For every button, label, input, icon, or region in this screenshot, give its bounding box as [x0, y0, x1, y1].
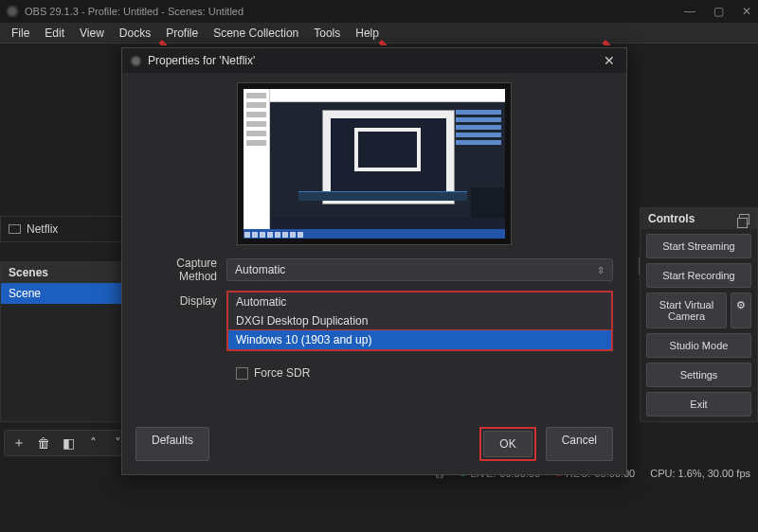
- menu-profile[interactable]: Profile: [158, 25, 206, 42]
- obs-logo-icon: [130, 55, 142, 67]
- capture-method-label: Capture Method: [135, 257, 226, 283]
- properties-dialog: Properties for 'Netflix' ✕: [121, 47, 627, 475]
- controls-dock: Controls Start Streaming Start Recording…: [640, 207, 758, 422]
- window-titlebar: OBS 29.1.3 - Profile: Untitled - Scenes:…: [0, 0, 758, 23]
- capture-method-row: Capture Method Automatic ⇳: [135, 257, 613, 283]
- add-scene-button[interactable]: ＋: [10, 434, 27, 452]
- capture-method-value: Automatic: [235, 263, 285, 276]
- window-title: OBS 29.1.3 - Profile: Untitled - Scenes:…: [25, 6, 684, 17]
- menu-tools[interactable]: Tools: [306, 25, 348, 42]
- start-virtual-camera-button[interactable]: Start Virtual Camera: [646, 293, 727, 328]
- display-capture-icon: [9, 224, 21, 234]
- display-label: Display: [135, 291, 226, 308]
- maximize-button[interactable]: ▢: [713, 5, 724, 18]
- dialog-footer: Defaults OK Cancel: [122, 417, 626, 474]
- start-recording-button[interactable]: Start Recording: [646, 263, 751, 288]
- virtual-camera-settings-button[interactable]: ⚙: [731, 293, 751, 328]
- dropdown-option-automatic[interactable]: Automatic: [228, 293, 611, 311]
- start-streaming-button[interactable]: Start Streaming: [646, 234, 751, 258]
- source-label: Netflix: [27, 222, 58, 236]
- menu-edit[interactable]: Edit: [37, 25, 72, 42]
- minimize-button[interactable]: —: [684, 5, 695, 18]
- display-row: Display Automatic DXGI Desktop Duplicati…: [135, 291, 613, 351]
- remove-scene-button[interactable]: 🗑: [35, 434, 52, 452]
- menu-scene-collection[interactable]: Scene Collection: [206, 25, 306, 42]
- capture-method-dropdown: Automatic DXGI Desktop Duplication Windo…: [226, 291, 613, 351]
- studio-mode-button[interactable]: Studio Mode: [646, 333, 751, 358]
- scene-filters-button[interactable]: ◧: [60, 434, 77, 452]
- dialog-close-button[interactable]: ✕: [600, 53, 619, 68]
- dropdown-option-win10[interactable]: Windows 10 (1903 and up): [228, 330, 611, 349]
- obs-logo-icon: [6, 5, 19, 18]
- dialog-title: Properties for 'Netflix': [148, 54, 600, 67]
- menu-view[interactable]: View: [72, 25, 112, 42]
- menu-bar: File Edit View Docks Profile Scene Colle…: [0, 23, 758, 44]
- ok-button[interactable]: OK: [483, 431, 532, 457]
- menu-docks[interactable]: Docks: [112, 25, 158, 42]
- menu-file[interactable]: File: [4, 25, 37, 42]
- source-preview: [237, 82, 512, 245]
- defaults-button[interactable]: Defaults: [135, 427, 209, 461]
- force-sdr-checkbox[interactable]: [236, 367, 248, 380]
- force-sdr-label: Force SDR: [254, 366, 310, 380]
- popout-icon[interactable]: [739, 214, 749, 224]
- scenes-toolbar: ＋ 🗑 ◧ ˄ ˅: [4, 430, 133, 456]
- dialog-titlebar[interactable]: Properties for 'Netflix' ✕: [122, 48, 626, 73]
- chevron-updown-icon: ⇳: [597, 265, 605, 275]
- ok-highlight: OK: [479, 427, 535, 461]
- dropdown-option-dxgi[interactable]: DXGI Desktop Duplication: [228, 311, 611, 330]
- exit-button[interactable]: Exit: [646, 392, 751, 417]
- close-button[interactable]: ✕: [741, 5, 752, 18]
- cpu-status: CPU: 1.6%, 30.00 fps: [650, 467, 750, 479]
- move-scene-up-button[interactable]: ˄: [84, 434, 101, 452]
- capture-method-combo[interactable]: Automatic ⇳: [226, 258, 613, 281]
- settings-button[interactable]: Settings: [646, 363, 751, 387]
- menu-help[interactable]: Help: [348, 25, 387, 42]
- force-sdr-row[interactable]: Force SDR: [236, 366, 613, 380]
- controls-title: Controls: [648, 212, 695, 225]
- cancel-button[interactable]: Cancel: [546, 427, 613, 461]
